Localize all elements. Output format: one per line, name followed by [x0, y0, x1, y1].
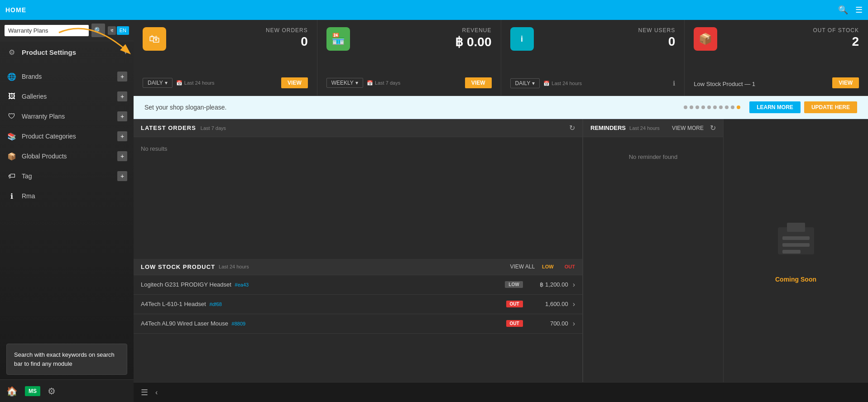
reminders-body: No reminder found [583, 137, 723, 382]
search-arrow [54, 24, 134, 60]
home-icon[interactable]: 🏠 [6, 386, 18, 397]
reminders-title: REMINDERS [590, 124, 626, 131]
stock-item-2: A4Tech AL90 Wired Laser Mouse #8809 OUT … [134, 314, 582, 334]
sidebar-item-product-categories[interactable]: 📚 Product Categories + [0, 126, 134, 146]
bottom-menu-icon[interactable]: ☰ [141, 388, 148, 397]
svg-rect-5 [782, 250, 801, 254]
warranty-add-button[interactable]: + [117, 111, 127, 121]
sidebar-item-tag-label: Tag [22, 172, 115, 180]
search-icon[interactable]: 🔍 [838, 5, 848, 15]
sidebar-item-rma-label: Rma [22, 192, 127, 200]
low-stock-header: LOW STOCK PRODUCT Last 24 hours VIEW ALL… [134, 259, 582, 275]
settings-icon: ⚙ [6, 47, 17, 57]
new-orders-label: NEW ORDERS [266, 27, 308, 34]
sidebar-item-brands[interactable]: 🌐 Brands + [0, 67, 134, 86]
brands-add-button[interactable]: + [117, 72, 127, 81]
bottom-chevron-icon[interactable]: ‹ [155, 388, 158, 397]
menu-icon[interactable]: ☰ [855, 5, 863, 15]
out-of-stock-icon: 📦 [694, 27, 717, 51]
new-orders-period-button[interactable]: DAILY ▾ [143, 78, 173, 88]
tag-icon: 🏷 [6, 171, 17, 182]
slogan-actions: LEARN MORE UPDATE HERE [749, 101, 857, 113]
new-users-value: 0 [668, 34, 676, 49]
revenue-period-button[interactable]: WEEKLY ▾ [326, 78, 363, 88]
stock-item-arrow-2[interactable]: › [573, 320, 575, 328]
sidebar-item-warranty-plans[interactable]: 🛡 Warranty Plans + [0, 106, 134, 126]
search-tooltip: Search with exact keywords on search bar… [6, 344, 127, 375]
latest-orders-body: No results [134, 137, 582, 259]
new-orders-value: 0 [301, 34, 308, 49]
sidebar-item-global-products[interactable]: 📦 Global Products + [0, 146, 134, 166]
slogan-text: Set your shop slogan-please. [144, 104, 675, 111]
coming-soon-area: Coming Soon [723, 119, 868, 382]
stat-card-top-users: i NEW USERS 0 [510, 27, 676, 51]
dot-7 [719, 105, 723, 109]
categories-add-button[interactable]: + [117, 131, 127, 141]
global-products-add-button[interactable]: + [117, 151, 127, 161]
low-stock-product-label: Low Stock Product — 1 [694, 81, 755, 87]
new-orders-icon: 🛍 [143, 27, 166, 51]
reminders-view-more-button[interactable]: VIEW MORE [672, 125, 704, 131]
global-products-icon: 📦 [6, 151, 17, 162]
out-badge[interactable]: OUT [565, 264, 575, 269]
revenue-view-button[interactable]: VIEW [465, 77, 492, 88]
low-stock-view-all-button[interactable]: VIEW ALL [510, 263, 535, 270]
ms-button[interactable]: MS [25, 386, 40, 396]
sidebar: 🔍 বা EN ⚙ Product Settings ▾ [0, 20, 134, 402]
revenue-date: 📅 Last 7 days [367, 80, 400, 86]
stock-price-1: 1,600.00 [528, 301, 568, 307]
stat-card-new-orders: 🛍 NEW ORDERS 0 DAILY ▾ 📅 Last 24 hours V… [134, 20, 317, 96]
main-layout: 🔍 বা EN ⚙ Product Settings ▾ [0, 20, 868, 402]
stat-card-out-of-stock: 📦 OUT OF STOCK 2 Low Stock Product — 1 V… [685, 20, 868, 96]
sidebar-content: 🔍 বা EN ⚙ Product Settings ▾ [0, 20, 134, 402]
new-orders-view-button[interactable]: VIEW [281, 77, 308, 88]
out-of-stock-view-button[interactable]: VIEW [832, 77, 859, 88]
dot-4 [701, 105, 705, 109]
bottom-content: LATEST ORDERS Last 7 days ↻ No results L… [134, 119, 868, 382]
out-of-stock-value: 2 [852, 34, 859, 49]
warranty-icon: 🛡 [6, 111, 17, 122]
sidebar-nav: 🌐 Brands + 🖼 Galleries + 🛡 Warranty Plan… [0, 63, 134, 379]
learn-more-button[interactable]: LEARN MORE [749, 101, 801, 113]
dot-8 [725, 105, 729, 109]
low-stock-body: Logitech G231 PRODIGY Headset #ea43 LOW … [134, 275, 582, 383]
settings-footer-icon[interactable]: ⚙ [48, 386, 56, 397]
coming-soon-text: Coming Soon [775, 276, 816, 283]
sidebar-item-tag[interactable]: 🏷 Tag + [0, 166, 134, 186]
stat-footer-stock: Low Stock Product — 1 VIEW [694, 77, 859, 88]
reminders-refresh-icon[interactable]: ↻ [710, 124, 716, 132]
new-orders-date: 📅 Last 24 hours [176, 80, 215, 86]
svg-rect-4 [782, 243, 810, 247]
users-period-button[interactable]: DAILY ▾ [510, 78, 540, 88]
dot-10 [737, 105, 740, 109]
no-reminder-label: No reminder found [629, 153, 678, 160]
stock-item-arrow-1[interactable]: › [573, 300, 575, 308]
no-results-label: No results [141, 145, 168, 152]
out-of-stock-label: OUT OF STOCK [813, 27, 859, 34]
sidebar-item-rma[interactable]: ℹ Rma [0, 186, 134, 206]
stock-item-sku-1: #df68 [209, 302, 222, 307]
stock-item-arrow-0[interactable]: › [573, 281, 575, 289]
stat-footer-users: DAILY ▾ 📅 Last 24 hours ℹ [510, 78, 676, 88]
update-here-button[interactable]: UPDATE HERE [804, 101, 857, 113]
stock-item-name-2: A4Tech AL90 Wired Laser Mouse #8809 [141, 320, 502, 327]
galleries-add-button[interactable]: + [117, 91, 127, 101]
sidebar-item-brands-label: Brands [22, 73, 115, 80]
stat-card-top: 🛍 NEW ORDERS 0 [143, 27, 308, 51]
orders-and-low-stock-panel: LATEST ORDERS Last 7 days ↻ No results L… [134, 119, 583, 382]
sidebar-item-galleries[interactable]: 🖼 Galleries + [0, 86, 134, 106]
sidebar-item-global-products-label: Global Products [22, 153, 115, 160]
bottom-bar: ☰ ‹ [134, 382, 868, 402]
tag-add-button[interactable]: + [117, 171, 127, 181]
stock-status-low-0: LOW [505, 281, 523, 288]
stat-info-new-orders: NEW ORDERS 0 [172, 27, 308, 49]
users-date: 📅 Last 24 hours [543, 81, 582, 86]
dot-2 [690, 105, 693, 109]
sidebar-item-categories-label: Product Categories [22, 133, 115, 140]
brands-icon: 🌐 [6, 71, 17, 82]
stat-info-stock: OUT OF STOCK 2 [723, 27, 859, 49]
low-badge[interactable]: LOW [542, 264, 554, 269]
stat-info-revenue: REVENUE ฿ 0.00 [355, 27, 492, 49]
latest-orders-header: LATEST ORDERS Last 7 days ↻ [134, 119, 582, 137]
latest-orders-refresh-icon[interactable]: ↻ [569, 124, 575, 132]
